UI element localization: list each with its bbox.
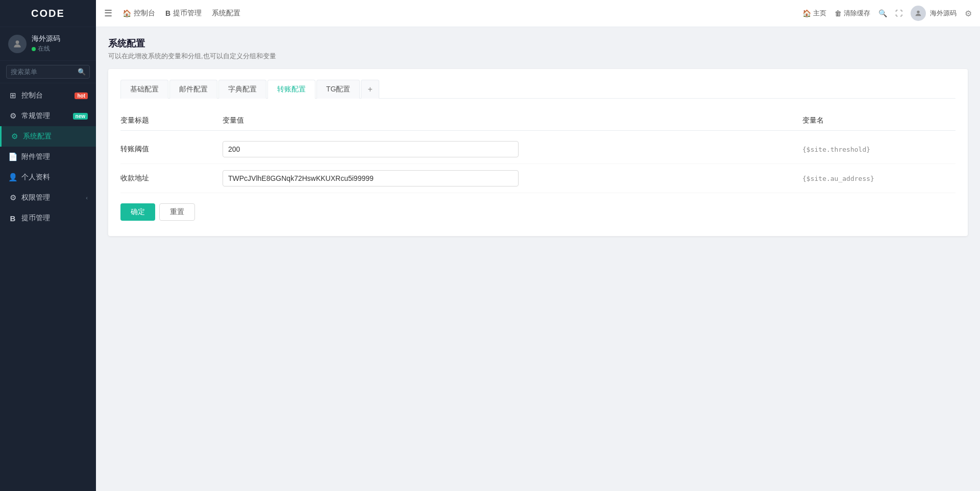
form-row-address: 收款地址 {$site.au_address} bbox=[120, 164, 955, 193]
form-actions: 确定 重置 bbox=[120, 203, 955, 221]
tab-dict[interactable]: 字典配置 bbox=[218, 80, 266, 99]
permissions-icon: ⚙ bbox=[8, 193, 17, 202]
threshold-label: 转账阈值 bbox=[120, 145, 223, 154]
confirm-button[interactable]: 确定 bbox=[120, 203, 155, 221]
search-icon: 🔍 bbox=[78, 68, 86, 76]
sidebar-item-label: 提币管理 bbox=[21, 214, 88, 223]
tab-transfer[interactable]: 转账配置 bbox=[267, 80, 315, 99]
avatar bbox=[8, 35, 27, 53]
coin-nav-icon: B bbox=[165, 9, 170, 17]
attachment-icon: 📄 bbox=[8, 152, 17, 161]
search-action-icon: 🔍 bbox=[878, 9, 887, 17]
threshold-var-name: {$site.threshold} bbox=[802, 146, 955, 153]
fullscreen-icon: ⛶ bbox=[895, 9, 902, 17]
fullscreen-action[interactable]: ⛶ bbox=[895, 9, 902, 17]
status-dot bbox=[32, 47, 36, 51]
form-row-threshold: 转账阈值 {$site.threshold} bbox=[120, 135, 955, 164]
topbar-settings-icon[interactable]: ⚙ bbox=[965, 9, 972, 18]
reset-button[interactable]: 重置 bbox=[159, 203, 195, 221]
sidebar-item-permissions[interactable]: ⚙ 权限管理 ‹ bbox=[0, 188, 96, 208]
sidebar: CODE 海外源码 在线 🔍 ⊞ 控制台 hot ⚙ 常规管理 new bbox=[0, 0, 96, 491]
topbar-nav-label: 提币管理 bbox=[173, 9, 202, 18]
tab-tg[interactable]: TG配置 bbox=[316, 80, 360, 99]
topbar-user[interactable]: 海外源码 bbox=[911, 6, 957, 21]
address-label: 收款地址 bbox=[120, 174, 223, 183]
routine-icon: ⚙ bbox=[8, 111, 17, 121]
new-badge: new bbox=[73, 113, 88, 120]
sidebar-item-label: 常规管理 bbox=[21, 111, 69, 121]
home-action-label: 主页 bbox=[813, 9, 826, 18]
chevron-icon: ‹ bbox=[86, 195, 88, 201]
topbar-actions: 🏠 主页 🗑 清除缓存 🔍 ⛶ 海外源码 ⚙ bbox=[802, 6, 972, 21]
topbar-nav-label: 控制台 bbox=[134, 9, 155, 18]
sidebar-item-profile[interactable]: 👤 个人资料 bbox=[0, 167, 96, 188]
topbar: ☰ 🏠 控制台 B 提币管理 系统配置 🏠 主页 🗑 清除缓存 bbox=[96, 0, 980, 27]
home-icon: 🏠 bbox=[122, 9, 131, 17]
page-header: 系统配置 可以在此增改系统的变量和分组,也可以自定义分组和变量 bbox=[108, 37, 968, 61]
tabs: 基础配置 邮件配置 字典配置 转账配置 TG配置 + bbox=[120, 79, 955, 99]
home-action[interactable]: 🏠 主页 bbox=[802, 9, 826, 18]
user-status: 在线 bbox=[32, 44, 60, 53]
col-name-header: 变量名 bbox=[802, 116, 955, 125]
topbar-nav-label: 系统配置 bbox=[212, 9, 240, 18]
sidebar-item-routine[interactable]: ⚙ 常规管理 new bbox=[0, 106, 96, 126]
clear-cache-action[interactable]: 🗑 清除缓存 bbox=[835, 9, 870, 18]
profile-icon: 👤 bbox=[8, 173, 17, 182]
sidebar-user-section: 海外源码 在线 bbox=[0, 27, 96, 61]
topbar-nav-dashboard[interactable]: 🏠 控制台 bbox=[122, 9, 155, 18]
topbar-nav-system[interactable]: 系统配置 bbox=[212, 9, 240, 18]
logo-text: CODE bbox=[31, 8, 65, 19]
threshold-input[interactable] bbox=[223, 141, 519, 157]
sidebar-item-label: 控制台 bbox=[21, 91, 70, 100]
address-input[interactable] bbox=[223, 170, 519, 186]
search-action[interactable]: 🔍 bbox=[878, 9, 887, 17]
hot-badge: hot bbox=[75, 92, 88, 99]
sidebar-logo: CODE bbox=[0, 0, 96, 27]
topbar-nav: 🏠 控制台 B 提币管理 系统配置 bbox=[122, 9, 792, 18]
tab-mail[interactable]: 邮件配置 bbox=[169, 80, 217, 99]
svg-point-1 bbox=[917, 11, 919, 13]
col-value-header: 变量值 bbox=[223, 116, 802, 125]
svg-point-0 bbox=[16, 40, 19, 44]
menu-toggle-icon[interactable]: ☰ bbox=[104, 8, 112, 19]
home-action-icon: 🏠 bbox=[802, 9, 811, 17]
col-label-header: 变量标题 bbox=[120, 116, 223, 125]
content-card: 基础配置 邮件配置 字典配置 转账配置 TG配置 + 变量标 bbox=[108, 69, 968, 236]
address-var-name: {$site.au_address} bbox=[802, 175, 955, 182]
sidebar-item-label: 附件管理 bbox=[21, 152, 88, 161]
sidebar-item-dashboard[interactable]: ⊞ 控制台 hot bbox=[0, 85, 96, 106]
dashboard-icon: ⊞ bbox=[8, 91, 17, 100]
clear-cache-label: 清除缓存 bbox=[844, 9, 870, 18]
sidebar-item-label: 个人资料 bbox=[21, 173, 88, 182]
trash-icon: 🗑 bbox=[835, 9, 842, 17]
sidebar-item-system-config[interactable]: ⚙ 系统配置 bbox=[0, 126, 96, 147]
username: 海外源码 bbox=[32, 34, 60, 43]
tab-add-button[interactable]: + bbox=[361, 80, 379, 99]
topbar-username: 海外源码 bbox=[930, 9, 957, 18]
topbar-nav-coin[interactable]: B 提币管理 bbox=[165, 9, 202, 18]
sidebar-item-label: 系统配置 bbox=[23, 132, 88, 141]
threshold-value-cell bbox=[223, 141, 802, 157]
sidebar-item-coin[interactable]: B 提币管理 bbox=[0, 208, 96, 228]
sidebar-nav: ⊞ 控制台 hot ⚙ 常规管理 new ⚙ 系统配置 📄 附件管理 👤 个人资… bbox=[0, 83, 96, 491]
status-text: 在线 bbox=[38, 44, 50, 53]
form-header: 变量标题 变量值 变量名 bbox=[120, 111, 955, 131]
page-subtitle: 可以在此增改系统的变量和分组,也可以自定义分组和变量 bbox=[108, 52, 968, 61]
form-table: 变量标题 变量值 变量名 转账阈值 {$site.threshold} 收款地址 bbox=[120, 111, 955, 221]
sidebar-item-attachment[interactable]: 📄 附件管理 bbox=[0, 147, 96, 167]
page-content: 系统配置 可以在此增改系统的变量和分组,也可以自定义分组和变量 基础配置 邮件配… bbox=[96, 27, 980, 491]
coin-icon: B bbox=[8, 214, 17, 223]
page-title: 系统配置 bbox=[108, 37, 968, 50]
system-config-icon: ⚙ bbox=[10, 132, 19, 141]
sidebar-item-label: 权限管理 bbox=[21, 193, 82, 202]
address-value-cell bbox=[223, 170, 802, 186]
main-area: ☰ 🏠 控制台 B 提币管理 系统配置 🏠 主页 🗑 清除缓存 bbox=[96, 0, 980, 491]
topbar-avatar bbox=[911, 6, 926, 21]
user-info: 海外源码 在线 bbox=[32, 34, 60, 53]
tab-basic[interactable]: 基础配置 bbox=[120, 80, 168, 99]
sidebar-search-section: 🔍 bbox=[0, 61, 96, 83]
